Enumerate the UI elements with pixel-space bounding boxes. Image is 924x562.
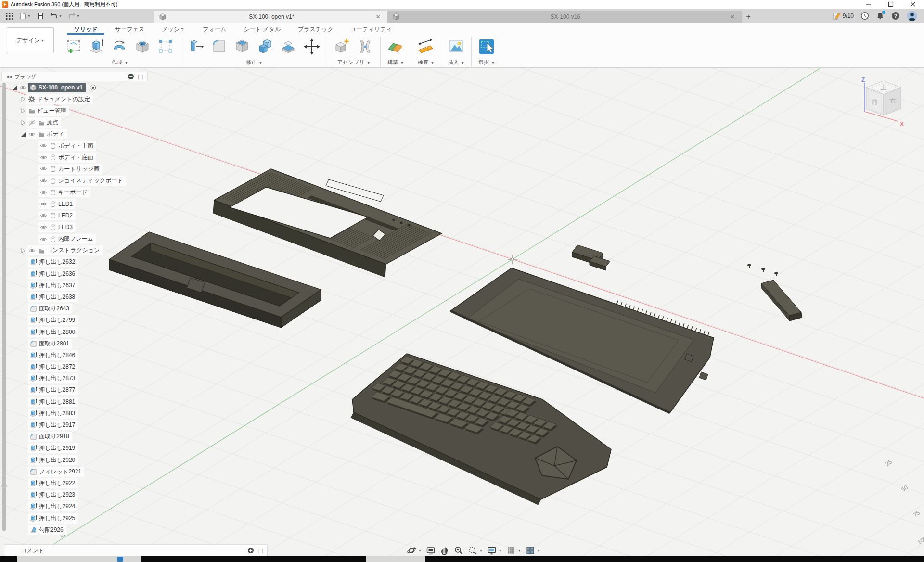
comment-bar[interactable]: コメント ❘❘ (4, 544, 268, 557)
zoom-button[interactable] (454, 546, 463, 555)
group-label-5[interactable]: 挿入 ▼ (448, 59, 464, 66)
expand-icon[interactable] (19, 119, 26, 127)
browser-tree-item[interactable]: LED1 (7, 198, 126, 210)
feature-list-item[interactable]: 押し出し2925 (7, 512, 126, 524)
close-tab-icon[interactable]: ✕ (374, 13, 383, 20)
look-at-button[interactable] (426, 546, 436, 555)
feature-list-item[interactable]: 押し出し2922 (7, 477, 126, 489)
notifications-bell-icon[interactable] (876, 12, 885, 20)
ribbon-tab-0[interactable]: ソリッド (67, 23, 104, 35)
undo-button[interactable]: ▼ (48, 11, 64, 21)
save-button[interactable] (35, 11, 46, 21)
eye-icon[interactable] (39, 223, 48, 231)
eye-icon[interactable] (39, 177, 48, 185)
ribbon-tab-1[interactable]: サーフェス (108, 23, 151, 35)
browser-tree-item[interactable]: SX-100_open v1 (7, 82, 126, 93)
pan-button[interactable] (440, 546, 449, 555)
file-button[interactable]: ▼ (17, 11, 33, 21)
feature-list-item[interactable]: フィレット2921 (7, 466, 126, 477)
feature-list-item[interactable]: 押し出し2632 (7, 256, 126, 268)
ribbon-tab-6[interactable]: ユーティリティ (344, 23, 399, 35)
maximize-button[interactable] (880, 0, 902, 9)
browser-tree-item[interactable]: ボディ (7, 128, 126, 140)
feature-list-item[interactable]: 押し出し2873 (7, 373, 126, 384)
eye-icon[interactable] (39, 212, 48, 219)
minimize-button[interactable] (858, 0, 880, 9)
feature-list-item[interactable]: 押し出し2881 (7, 396, 126, 408)
browser-tree-item[interactable]: ジョイスティックポート (7, 175, 126, 187)
revolve-button[interactable] (109, 36, 131, 57)
feature-list-item[interactable]: 押し出し2883 (7, 408, 126, 419)
panel-resize-handle[interactable]: ❘❘ (136, 74, 145, 79)
browser-panel-header[interactable]: ◀◀ ブラウザ ❘❘ (1, 72, 148, 81)
group-label-3[interactable]: 構築 ▼ (387, 59, 404, 66)
app-grid-button[interactable] (4, 12, 15, 21)
ribbon-tab-2[interactable]: メッシュ (155, 23, 192, 35)
feature-list-item[interactable]: 押し出し2636 (7, 268, 126, 280)
group-label-1[interactable]: 修正 ▼ (246, 59, 262, 66)
redo-button[interactable]: ▼ (66, 11, 82, 21)
create-sketch-button[interactable] (63, 36, 85, 57)
feature-list-item[interactable]: 押し出し2638 (7, 291, 126, 303)
feature-list-item[interactable]: 面取り2643 (7, 303, 126, 315)
eye-icon[interactable] (28, 130, 36, 138)
document-tab-0[interactable]: SX-100_open v1* ✕ (154, 11, 387, 23)
construction-plane-button[interactable] (385, 36, 407, 57)
eye-icon[interactable] (39, 153, 48, 161)
eye-icon[interactable] (39, 142, 48, 150)
new-component-button[interactable] (331, 36, 353, 57)
feature-list-item[interactable]: 押し出し2637 (7, 280, 126, 291)
shell-button[interactable] (231, 36, 254, 57)
group-label-4[interactable]: 検査 ▼ (418, 59, 434, 66)
expand-icon[interactable] (19, 107, 26, 115)
combine-button[interactable] (255, 36, 277, 57)
close-button[interactable] (902, 0, 924, 9)
browser-tree-item[interactable]: カートリッジ蓋 (7, 163, 126, 175)
press-pull-button[interactable] (185, 36, 207, 57)
feature-list-item[interactable]: 押し出し2877 (7, 384, 126, 396)
activate-component-icon[interactable] (89, 84, 97, 91)
feature-list-item[interactable]: 押し出し2919 (7, 443, 126, 454)
browser-tree-item[interactable]: 原点 (7, 117, 126, 128)
panel-options-icon[interactable] (128, 73, 134, 80)
collapse-icon[interactable] (11, 84, 18, 91)
rectangular-pattern-button[interactable] (155, 36, 177, 57)
expand-icon[interactable] (19, 95, 26, 103)
move-button[interactable] (301, 36, 323, 57)
browser-tree-item[interactable]: LED3 (7, 221, 126, 233)
collapse-panel-icon[interactable]: ◀◀ (6, 75, 12, 79)
ribbon-tab-4[interactable]: シート メタル (237, 23, 287, 35)
feature-list-item[interactable]: 押し出し2923 (7, 489, 126, 501)
fillet-button[interactable] (208, 36, 231, 57)
job-status[interactable]: 9/10 (832, 12, 854, 20)
feature-list-item[interactable]: 押し出し2800 (7, 326, 126, 338)
extensions-clock-icon[interactable] (860, 12, 869, 20)
feature-list-item[interactable]: 押し出し2846 (7, 349, 126, 361)
eye-icon[interactable] (28, 247, 36, 255)
feature-list-item[interactable]: 押し出し2920 (7, 454, 126, 466)
eye-icon[interactable] (39, 200, 48, 208)
browser-tree-item[interactable]: ドキュメントの設定 (7, 93, 126, 105)
joint-button[interactable] (354, 36, 376, 57)
ribbon-tab-5[interactable]: プラスチック (291, 23, 340, 35)
ribbon-tab-3[interactable]: フォーム (196, 23, 233, 35)
browser-tree-item[interactable]: ボディ・底面 (7, 152, 126, 163)
fit-button[interactable]: ▼ (468, 546, 483, 555)
feature-list-item[interactable]: 押し出し2799 (7, 315, 126, 326)
browser-tree-item[interactable]: ボディ・上面 (7, 140, 126, 152)
feature-list-item[interactable]: 面取り2801 (7, 338, 126, 349)
viewports-button[interactable]: ▼ (526, 546, 540, 555)
expand-icon[interactable] (19, 247, 26, 255)
group-label-2[interactable]: アセンブリ ▼ (337, 59, 370, 66)
collapse-icon[interactable] (19, 130, 26, 138)
add-comment-icon[interactable] (247, 547, 254, 554)
grid-settings-button[interactable]: ▼ (506, 546, 521, 555)
help-icon[interactable]: ? (891, 12, 900, 20)
display-settings-button[interactable]: ▼ (487, 546, 502, 555)
browser-tree-item[interactable]: コンストラクション (7, 245, 126, 256)
browser-tree-item[interactable]: 内部フレーム (7, 233, 126, 244)
new-tab-button[interactable]: + (742, 11, 755, 23)
group-label-0[interactable]: 作成 ▼ (112, 59, 128, 66)
extrude-button[interactable] (86, 36, 108, 57)
eye-hidden-icon[interactable] (28, 119, 36, 127)
